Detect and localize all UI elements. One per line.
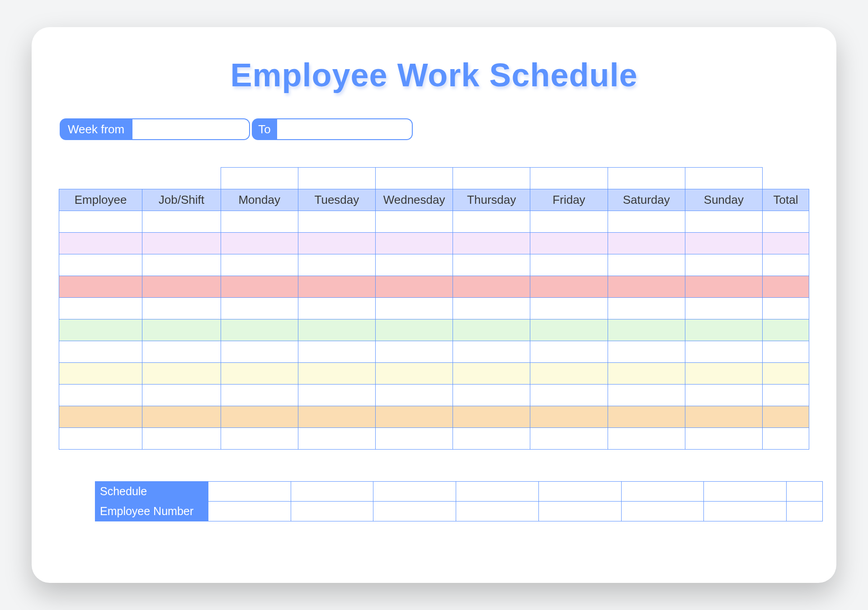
total-cell[interactable] [763, 254, 809, 276]
job-cell[interactable] [142, 385, 221, 406]
total-cell[interactable] [763, 276, 809, 298]
day-cell[interactable] [685, 298, 762, 319]
employee-cell[interactable] [59, 363, 142, 385]
day-cell[interactable] [530, 363, 608, 385]
date-cell[interactable] [685, 168, 762, 189]
summary-cell[interactable] [373, 482, 456, 502]
day-cell[interactable] [221, 276, 298, 298]
day-cell[interactable] [375, 319, 453, 341]
day-cell[interactable] [375, 406, 453, 428]
day-cell[interactable] [685, 363, 762, 385]
summary-cell[interactable] [704, 502, 787, 521]
job-cell[interactable] [142, 428, 221, 450]
day-cell[interactable] [608, 319, 685, 341]
summary-cell[interactable] [538, 502, 621, 521]
day-cell[interactable] [375, 298, 453, 319]
day-cell[interactable] [298, 363, 375, 385]
day-cell[interactable] [453, 298, 530, 319]
day-cell[interactable] [608, 233, 685, 254]
date-cell[interactable] [530, 168, 608, 189]
total-cell[interactable] [763, 428, 809, 450]
day-cell[interactable] [608, 406, 685, 428]
day-cell[interactable] [221, 406, 298, 428]
date-cell[interactable] [608, 168, 685, 189]
summary-cell[interactable] [291, 502, 373, 521]
day-cell[interactable] [453, 319, 530, 341]
employee-cell[interactable] [59, 319, 142, 341]
job-cell[interactable] [142, 298, 221, 319]
employee-cell[interactable] [59, 211, 142, 233]
day-cell[interactable] [608, 254, 685, 276]
day-cell[interactable] [608, 363, 685, 385]
day-cell[interactable] [608, 211, 685, 233]
employee-cell[interactable] [59, 276, 142, 298]
employee-cell[interactable] [59, 233, 142, 254]
summary-cell[interactable] [704, 482, 787, 502]
summary-cell[interactable] [373, 502, 456, 521]
day-cell[interactable] [608, 276, 685, 298]
day-cell[interactable] [685, 385, 762, 406]
employee-cell[interactable] [59, 341, 142, 363]
employee-cell[interactable] [59, 254, 142, 276]
day-cell[interactable] [221, 233, 298, 254]
day-cell[interactable] [375, 341, 453, 363]
day-cell[interactable] [453, 276, 530, 298]
date-cell[interactable] [298, 168, 375, 189]
day-cell[interactable] [298, 276, 375, 298]
day-cell[interactable] [530, 254, 608, 276]
day-cell[interactable] [375, 385, 453, 406]
total-cell[interactable] [763, 319, 809, 341]
day-cell[interactable] [685, 319, 762, 341]
day-cell[interactable] [298, 298, 375, 319]
day-cell[interactable] [608, 385, 685, 406]
total-cell[interactable] [763, 211, 809, 233]
day-cell[interactable] [298, 233, 375, 254]
total-cell[interactable] [763, 341, 809, 363]
day-cell[interactable] [530, 233, 608, 254]
employee-cell[interactable] [59, 385, 142, 406]
day-cell[interactable] [530, 276, 608, 298]
job-cell[interactable] [142, 406, 221, 428]
day-cell[interactable] [298, 254, 375, 276]
day-cell[interactable] [221, 341, 298, 363]
summary-cell[interactable] [538, 482, 621, 502]
day-cell[interactable] [221, 363, 298, 385]
day-cell[interactable] [530, 298, 608, 319]
day-cell[interactable] [375, 363, 453, 385]
day-cell[interactable] [685, 254, 762, 276]
day-cell[interactable] [530, 319, 608, 341]
day-cell[interactable] [685, 341, 762, 363]
day-cell[interactable] [453, 428, 530, 450]
summary-cell[interactable] [456, 482, 539, 502]
summary-cell[interactable] [621, 502, 704, 521]
total-cell[interactable] [763, 406, 809, 428]
employee-cell[interactable] [59, 428, 142, 450]
total-cell[interactable] [763, 233, 809, 254]
job-cell[interactable] [142, 211, 221, 233]
day-cell[interactable] [298, 406, 375, 428]
date-cell[interactable] [221, 168, 298, 189]
day-cell[interactable] [530, 428, 608, 450]
day-cell[interactable] [221, 298, 298, 319]
day-cell[interactable] [298, 428, 375, 450]
day-cell[interactable] [298, 211, 375, 233]
job-cell[interactable] [142, 276, 221, 298]
day-cell[interactable] [530, 211, 608, 233]
day-cell[interactable] [298, 341, 375, 363]
job-cell[interactable] [142, 363, 221, 385]
day-cell[interactable] [453, 385, 530, 406]
summary-cell[interactable] [208, 482, 291, 502]
total-cell[interactable] [763, 363, 809, 385]
summary-cell[interactable] [456, 502, 539, 521]
job-cell[interactable] [142, 341, 221, 363]
day-cell[interactable] [685, 428, 762, 450]
day-cell[interactable] [453, 233, 530, 254]
day-cell[interactable] [685, 276, 762, 298]
day-cell[interactable] [453, 341, 530, 363]
day-cell[interactable] [375, 211, 453, 233]
summary-cell[interactable] [291, 482, 373, 502]
day-cell[interactable] [375, 276, 453, 298]
day-cell[interactable] [453, 406, 530, 428]
day-cell[interactable] [221, 319, 298, 341]
day-cell[interactable] [375, 254, 453, 276]
